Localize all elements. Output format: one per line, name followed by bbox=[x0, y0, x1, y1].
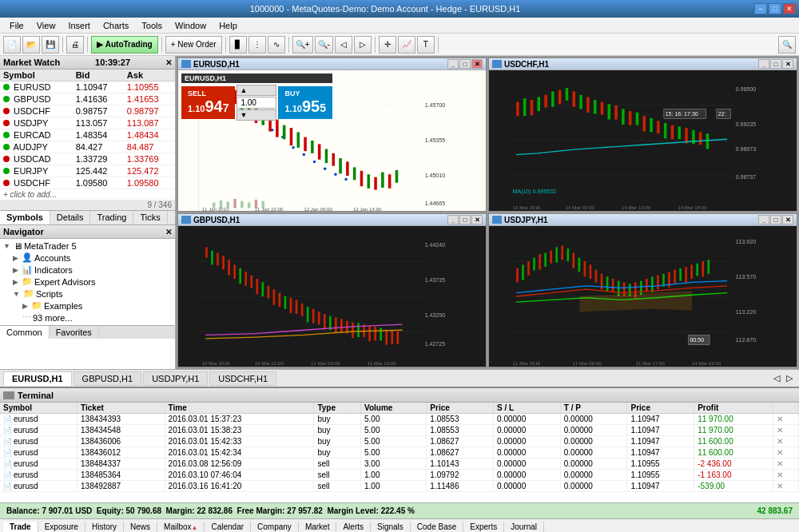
market-watch-row[interactable]: EURCAD 1.48354 1.48434 bbox=[0, 129, 175, 141]
term-tab-experts[interactable]: Experts bbox=[463, 522, 504, 532]
term-tab-alerts[interactable]: Alerts bbox=[336, 522, 371, 532]
market-watch-row[interactable]: USDJPY 113.057 113.087 bbox=[0, 117, 175, 129]
order-close[interactable]: ✕ bbox=[773, 447, 799, 459]
nav-accounts[interactable]: ▶ 👤 Accounts bbox=[11, 252, 173, 264]
tb-templates[interactable]: T bbox=[417, 36, 435, 54]
term-tab-company[interactable]: Company bbox=[251, 522, 299, 532]
tb-zoom-out[interactable]: 🔍- bbox=[315, 36, 333, 54]
neworder-button[interactable]: + New Order bbox=[165, 36, 222, 54]
market-watch-row[interactable]: USDCHF 1.09580 1.09580 bbox=[0, 177, 175, 189]
mw-tab-ticks[interactable]: Ticks bbox=[133, 211, 167, 224]
usdchf-chart-body[interactable]: MA(10) 0.986532 15: 16: 17:30 22: 0.9850… bbox=[489, 70, 797, 211]
order-row[interactable]: 📄eurusd 138434393 2016.03.01 15:37:23 bu… bbox=[0, 414, 799, 425]
order-row[interactable]: 📄eurusd 138436012 2016.03.01 15:42:34 bu… bbox=[0, 447, 799, 459]
eurusd-max[interactable]: □ bbox=[459, 59, 471, 69]
menu-window[interactable]: Window bbox=[169, 19, 213, 32]
market-watch-row[interactable]: USDCAD 1.33729 1.33769 bbox=[0, 153, 175, 165]
market-watch-row[interactable]: EURJPY 125.442 125.472 bbox=[0, 165, 175, 177]
chart-tab-usdjpy[interactable]: USDJPY,H1 bbox=[143, 371, 208, 386]
gbpusd-close[interactable]: ✕ bbox=[471, 215, 483, 224]
market-watch-row[interactable]: GBPUSD 1.41636 1.41653 bbox=[0, 93, 175, 105]
chart-tab-gbpusd[interactable]: GBPUSD,H1 bbox=[74, 371, 142, 386]
maximize-button[interactable]: □ bbox=[769, 3, 781, 14]
market-watch-row[interactable]: AUDJPY 84.427 84.487 bbox=[0, 141, 175, 153]
nav-expert-advisors[interactable]: ▶ 📁 Expert Advisors bbox=[11, 276, 173, 288]
tb-crosshair[interactable]: ✛ bbox=[379, 36, 396, 54]
order-close[interactable]: ✕ bbox=[773, 436, 799, 447]
nav-more[interactable]: ⋯ 93 more... bbox=[21, 312, 173, 324]
nav-examples[interactable]: ▶ 📁 Examples bbox=[21, 300, 173, 312]
menu-insert[interactable]: Insert bbox=[62, 19, 97, 32]
term-tab-exposure[interactable]: Exposure bbox=[38, 522, 85, 532]
chart-nav-right[interactable]: ▷ bbox=[783, 373, 796, 383]
mw-tab-trading[interactable]: Trading bbox=[90, 211, 133, 224]
chart-nav-left[interactable]: ◁ bbox=[770, 373, 783, 383]
usdjpy-close[interactable]: ✕ bbox=[782, 215, 793, 224]
tb-zoom-in[interactable]: 🔍+ bbox=[292, 36, 313, 54]
term-tab-history[interactable]: History bbox=[85, 522, 124, 532]
nav-tab-common[interactable]: Common bbox=[0, 326, 50, 339]
order-close[interactable]: ✕ bbox=[773, 470, 799, 481]
nav-indicators[interactable]: ▶ 📊 Indicators bbox=[11, 264, 173, 276]
gbpusd-min[interactable]: _ bbox=[447, 215, 459, 224]
term-tab-news[interactable]: News bbox=[124, 522, 157, 532]
order-row[interactable]: 📄eurusd 138485364 2016.03.10 07:46:04 se… bbox=[0, 470, 799, 481]
tb-search[interactable]: 🔍 bbox=[778, 36, 796, 54]
autotrade-button[interactable]: ▶ AutoTrading bbox=[91, 36, 158, 54]
usdchf-min[interactable]: _ bbox=[758, 59, 769, 69]
market-watch-row[interactable]: EURUSD 1.10947 1.10955 bbox=[0, 81, 175, 93]
nav-scripts[interactable]: ▼ 📁 Scripts bbox=[11, 288, 173, 300]
navigator-close[interactable]: ✕ bbox=[165, 228, 172, 236]
order-close[interactable]: ✕ bbox=[773, 481, 799, 492]
lot-down[interactable]: ▼ bbox=[237, 109, 276, 121]
minimize-button[interactable]: − bbox=[754, 3, 767, 14]
tb-chart-candle[interactable]: ⋮ bbox=[248, 36, 266, 54]
tb-scroll-right[interactable]: ▷ bbox=[354, 36, 372, 54]
tb-chart-line[interactable]: ∿ bbox=[268, 36, 285, 54]
gbpusd-chart-body[interactable]: 1.44240 1.43735 1.43290 1.42725 10 Mar 2… bbox=[178, 226, 486, 367]
menu-tools[interactable]: Tools bbox=[135, 19, 169, 32]
tb-print[interactable]: 🖨 bbox=[66, 36, 84, 54]
nav-tab-favorites[interactable]: Favorites bbox=[50, 326, 99, 339]
tb-chart-bar[interactable]: ▊ bbox=[229, 36, 247, 54]
market-watch-row[interactable]: USDCHF 0.98757 0.98797 bbox=[0, 105, 175, 117]
chart-tab-eurusd[interactable]: EURUSD,H1 bbox=[3, 371, 72, 386]
usdjpy-min[interactable]: _ bbox=[758, 215, 769, 224]
menu-file[interactable]: File bbox=[3, 19, 30, 32]
order-row[interactable]: 📄eurusd 138484337 2016.03.08 12:56:09 se… bbox=[0, 459, 799, 470]
add-symbol[interactable]: + click to add... bbox=[0, 189, 175, 200]
menu-view[interactable]: View bbox=[30, 19, 62, 32]
order-row[interactable]: 📄eurusd 138492887 2016.03.16 16:41:20 se… bbox=[0, 481, 799, 492]
order-row[interactable]: 📄eurusd 138434548 2016.03.01 15:38:23 bu… bbox=[0, 425, 799, 436]
term-tab-market[interactable]: Market bbox=[299, 522, 337, 532]
tb-scroll-left[interactable]: ◁ bbox=[335, 36, 352, 54]
mw-tab-symbols[interactable]: Symbols bbox=[0, 211, 50, 224]
tb-open[interactable]: 📂 bbox=[22, 36, 40, 54]
eurusd-close[interactable]: ✕ bbox=[471, 59, 483, 69]
order-close[interactable]: ✕ bbox=[773, 425, 799, 436]
sell-button[interactable]: SELL 1.10 94 7 bbox=[181, 86, 235, 119]
term-tab-mailbox[interactable]: Mailbox▲ bbox=[157, 522, 205, 532]
eurusd-min[interactable]: _ bbox=[447, 59, 459, 69]
usdjpy-chart-body[interactable]: 00:50 113.920 113.570 113.220 112.870 11… bbox=[489, 226, 797, 367]
order-close[interactable]: ✕ bbox=[773, 459, 799, 470]
lot-input[interactable] bbox=[237, 97, 276, 109]
tb-save[interactable]: 💾 bbox=[42, 36, 59, 54]
mw-tab-details[interactable]: Details bbox=[50, 211, 91, 224]
order-row[interactable]: 📄eurusd 138436006 2016.03.01 15:42:33 bu… bbox=[0, 436, 799, 447]
gbpusd-max[interactable]: □ bbox=[459, 215, 471, 224]
menu-help[interactable]: Help bbox=[213, 19, 244, 32]
menu-charts[interactable]: Charts bbox=[97, 19, 135, 32]
market-watch-close[interactable]: ✕ bbox=[165, 58, 172, 67]
term-tab-journal[interactable]: Journal bbox=[504, 522, 544, 532]
term-tab-trade[interactable]: Trade bbox=[3, 522, 38, 532]
buy-button[interactable]: BUY 1.10 95 5 bbox=[278, 86, 332, 119]
chart-tab-usdchf[interactable]: USDCHF,H1 bbox=[209, 371, 276, 386]
lot-up[interactable]: ▲ bbox=[237, 85, 276, 96]
usdchf-max[interactable]: □ bbox=[770, 59, 781, 69]
tb-new-chart[interactable]: 📄 bbox=[3, 36, 21, 54]
order-close[interactable]: ✕ bbox=[773, 414, 799, 425]
usdchf-close[interactable]: ✕ bbox=[782, 59, 793, 69]
nav-metatrader5[interactable]: ▼ 🖥 MetaTrader 5 bbox=[2, 240, 173, 252]
eurusd-chart-body[interactable]: EURUSD,H1 SELL 1.10 94 7 ▲ bbox=[178, 70, 486, 211]
